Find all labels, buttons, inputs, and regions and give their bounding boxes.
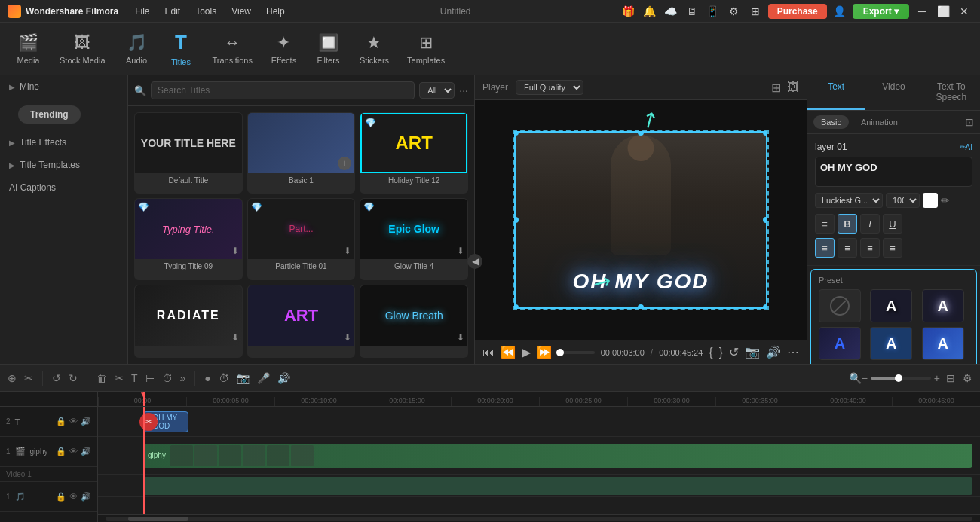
- sidebar-item-mine[interactable]: ▶ Mine: [0, 75, 127, 98]
- more-options-icon[interactable]: ···: [459, 84, 468, 96]
- trending-button[interactable]: Trending: [18, 105, 81, 124]
- tab-video[interactable]: Video: [865, 75, 922, 110]
- handle-tr[interactable]: [763, 131, 767, 136]
- preset-item-3[interactable]: A: [819, 327, 861, 360]
- purchase-button[interactable]: Purchase: [768, 4, 827, 19]
- handle-mr[interactable]: [763, 217, 767, 223]
- progress-bar[interactable]: [558, 351, 595, 354]
- close-icon[interactable]: ✕: [956, 3, 972, 20]
- preset-item-2[interactable]: A: [922, 289, 964, 322]
- track-lock-icon-3[interactable]: 🔒: [56, 492, 66, 502]
- video-clip[interactable]: giphy: [143, 444, 972, 468]
- fullscreen-icon[interactable]: 🖼: [787, 81, 799, 95]
- tool-stickers[interactable]: ★ Stickers: [352, 29, 397, 69]
- preset-item-4[interactable]: A: [870, 327, 912, 360]
- copy-style-icon[interactable]: ⊡: [965, 115, 974, 129]
- skip-back-icon[interactable]: ⏮: [482, 346, 495, 359]
- subtab-basic[interactable]: Basic: [813, 115, 849, 129]
- zoom-knob[interactable]: [895, 374, 902, 382]
- tool-stock-media[interactable]: 🖼 Stock Media: [52, 29, 113, 69]
- minimize-icon[interactable]: ─: [914, 3, 930, 20]
- menu-edit[interactable]: Edit: [158, 5, 186, 18]
- display-icon[interactable]: 🖥: [684, 3, 700, 20]
- track-audio-icon-2[interactable]: 🔊: [81, 447, 91, 456]
- mic-icon[interactable]: 🎤: [256, 371, 271, 386]
- split-icon[interactable]: ⊢: [144, 371, 156, 386]
- tool-audio[interactable]: 🎵 Audio: [116, 29, 158, 69]
- speed-icon[interactable]: ⏱: [161, 371, 174, 386]
- snapshot-icon[interactable]: 📷: [745, 345, 760, 359]
- motion-icon[interactable]: ●: [203, 371, 212, 386]
- title-card-default[interactable]: YOUR TITLE HERE Default Title: [134, 112, 243, 194]
- more-tools-icon[interactable]: »: [179, 371, 188, 386]
- playhead[interactable]: [143, 392, 145, 406]
- text-icon[interactable]: T: [130, 371, 139, 386]
- tool-transitions[interactable]: ↔ Transitions: [205, 29, 260, 69]
- trim-tool-icon[interactable]: ✂: [23, 371, 35, 386]
- color-picker-icon[interactable]: ✏: [941, 194, 950, 206]
- search-input[interactable]: [151, 81, 415, 99]
- preset-item-1[interactable]: A: [870, 289, 912, 322]
- track-eye-icon-2[interactable]: 👁: [69, 447, 78, 456]
- text-content-field[interactable]: OH MY GOD: [815, 157, 972, 187]
- track-audio-icon[interactable]: 🔊: [81, 417, 91, 426]
- menu-tools[interactable]: Tools: [189, 5, 222, 18]
- filter-select[interactable]: All: [419, 82, 455, 99]
- tab-text[interactable]: Text: [807, 75, 865, 110]
- preset-item-none[interactable]: [819, 289, 861, 322]
- redo-icon[interactable]: ↻: [67, 371, 79, 386]
- handle-br[interactable]: [763, 304, 767, 309]
- sidebar-item-title-effects[interactable]: ▶ Title Effects: [0, 131, 127, 154]
- tool-templates[interactable]: ⊞ Templates: [400, 29, 452, 69]
- track-eye-icon[interactable]: 👁: [69, 417, 78, 426]
- track-lock-icon-2[interactable]: 🔒: [56, 447, 66, 456]
- progress-knob[interactable]: [556, 349, 564, 356]
- preset-item-5[interactable]: A: [922, 327, 964, 360]
- title-card-typing09[interactable]: 💎 Typing Title. ⬇ Typing Title 09: [134, 198, 243, 279]
- tool-filters[interactable]: 🔲 Filters: [308, 29, 349, 69]
- cloud-icon[interactable]: ☁️: [663, 3, 679, 20]
- title-card-holiday12[interactable]: 💎 ART Holiday Title 12: [360, 112, 468, 194]
- font-family-select[interactable]: Luckiest G...: [815, 193, 883, 208]
- ai-edit-icon[interactable]: ✏AI: [960, 143, 972, 151]
- bold-button[interactable]: B: [838, 214, 857, 234]
- gift-icon[interactable]: 🎁: [620, 3, 637, 20]
- maximize-icon[interactable]: ⬜: [935, 3, 951, 20]
- undo-icon[interactable]: ↺: [51, 371, 63, 386]
- tool-effects[interactable]: ✦ Effects: [263, 29, 305, 69]
- title-card-radiate[interactable]: RADIATE ⬇: [134, 285, 243, 358]
- track-lock-icon[interactable]: 🔒: [56, 417, 66, 426]
- mark-in-icon[interactable]: {: [709, 346, 712, 359]
- underline-button[interactable]: U: [883, 214, 902, 234]
- quality-select[interactable]: Full Quality: [516, 80, 583, 95]
- grid-view-icon[interactable]: ⊞: [771, 81, 781, 95]
- delete-icon[interactable]: 🗑: [95, 371, 109, 386]
- sidebar-item-title-templates[interactable]: ▶ Title Templates: [0, 154, 127, 176]
- grid-icon[interactable]: ⊞: [747, 3, 764, 20]
- loop-icon[interactable]: ↺: [729, 345, 739, 359]
- track-eye-icon-3[interactable]: 👁: [69, 492, 78, 502]
- play-icon[interactable]: ▶: [522, 345, 531, 359]
- subtab-animation[interactable]: Animation: [853, 115, 905, 129]
- phone-icon[interactable]: 📱: [705, 3, 721, 20]
- audio-clip[interactable]: [143, 477, 972, 495]
- zoom-out-icon[interactable]: 🔍−: [849, 372, 868, 384]
- align-right-button[interactable]: ≡: [860, 238, 880, 258]
- title-card-glowbreath[interactable]: Glow Breath ⬇: [360, 285, 468, 358]
- handle-tl[interactable]: [514, 131, 519, 136]
- profile-icon[interactable]: 👤: [831, 3, 848, 20]
- camera-icon[interactable]: 📷: [235, 371, 251, 386]
- export-button[interactable]: Export ▾: [853, 4, 909, 19]
- align-center-button[interactable]: ≡: [838, 238, 857, 258]
- handle-bm[interactable]: [638, 304, 644, 309]
- zoom-in-icon[interactable]: +: [934, 372, 940, 384]
- scroll-thumb[interactable]: [128, 517, 188, 521]
- collapse-button[interactable]: ◀: [467, 254, 482, 269]
- step-back-icon[interactable]: ⏪: [501, 345, 516, 359]
- plugin-icon[interactable]: ⚙: [726, 3, 743, 20]
- menu-view[interactable]: View: [225, 5, 257, 18]
- align-left-button[interactable]: ≡: [815, 238, 835, 258]
- italic-button[interactable]: I: [860, 214, 880, 234]
- align-justify-button[interactable]: ≡: [883, 238, 902, 258]
- scissors-clip[interactable]: ✂: [139, 413, 158, 431]
